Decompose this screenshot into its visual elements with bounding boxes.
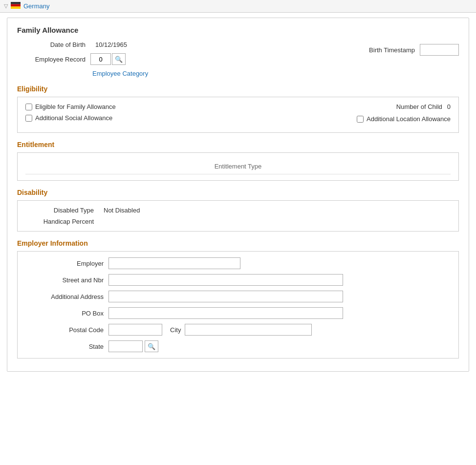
dob-value: 10/12/1965 [95,41,127,48]
panel-title: Family Allowance [17,26,459,34]
city-label: City [170,326,181,334]
street-nbr-row: Street and Nbr [25,274,451,286]
entitlement-section-header: Entitlement [17,141,459,148]
top-fields: Date of Birth 10/12/1965 Employee Record… [17,41,459,65]
svg-rect-0 [11,2,21,4]
street-nbr-input[interactable] [108,274,343,286]
entitlement-type-header: Entitlement Type [25,159,451,174]
postal-city-row: Postal Code City [25,324,451,336]
flag [11,2,21,10]
employer-label: Employer [25,260,104,267]
employee-record-input[interactable] [90,53,111,65]
eligibility-box: Eligible for Family Allowance Additional… [17,97,459,133]
birth-timestamp-input[interactable] [420,44,459,56]
eligibility-section-header: Eligibility [17,85,459,93]
state-label: State [25,343,104,350]
filter-icon: ▽ [4,3,8,9]
employee-record-search-button[interactable]: 🔍 [112,53,126,65]
entitlement-table: Entitlement Type [25,159,451,174]
top-bar: ▽ Germany [0,0,476,13]
employee-category-link[interactable]: Employee Category [92,70,148,77]
state-input-group: 🔍 [108,340,158,352]
state-search-button[interactable]: 🔍 [145,340,158,352]
disability-fields: Disabled Type Not Disabled Handicap Perc… [25,207,451,225]
employer-input[interactable] [108,257,240,269]
number-of-child-label: Number of Child [396,103,442,110]
eligibility-left: Eligible for Family Allowance Additional… [25,103,116,126]
disability-section: Disability Disabled Type Not Disabled Ha… [17,189,459,232]
employer-fields: Employer Street and Nbr Additional Addre… [25,257,451,352]
dob-label: Date of Birth [17,41,86,48]
birth-timestamp-label: Birth Timestamp [369,46,415,54]
disability-section-header: Disability [17,189,459,196]
eligible-family-row: Eligible for Family Allowance [25,103,116,110]
main-container: Family Allowance Date of Birth 10/12/196… [0,13,476,381]
additional-location-row: Additional Location Allowance [357,115,451,123]
state-row: State 🔍 [25,340,451,352]
postal-code-label: Postal Code [25,326,104,334]
top-left-fields: Date of Birth 10/12/1965 Employee Record… [17,41,127,65]
po-box-input[interactable] [108,307,343,319]
handicap-percent-label: Handicap Percent [25,218,94,225]
disability-box: Disabled Type Not Disabled Handicap Perc… [17,200,459,232]
additional-address-input[interactable] [108,291,343,302]
additional-social-row: Additional Social Allowance [25,114,116,122]
additional-social-label: Additional Social Allowance [35,114,112,122]
eligible-family-checkbox[interactable] [25,104,32,110]
dob-row: Date of Birth 10/12/1965 [17,41,127,48]
handicap-percent-row: Handicap Percent [25,218,451,225]
germany-flag [11,2,21,9]
svg-rect-2 [11,6,21,9]
additional-address-label: Additional Address [25,293,104,300]
postal-code-input[interactable] [108,324,162,336]
entitlement-section: Entitlement Entitlement Type [17,141,459,181]
street-nbr-label: Street and Nbr [25,276,104,284]
additional-location-checkbox[interactable] [357,116,364,123]
additional-social-checkbox[interactable] [25,115,32,122]
family-allowance-panel: Family Allowance Date of Birth 10/12/196… [7,18,469,372]
disabled-type-label: Disabled Type [25,207,94,214]
disabled-type-value: Not Disabled [104,207,140,214]
additional-address-row: Additional Address [25,291,451,302]
po-box-row: PO Box [25,307,451,319]
employer-info-section: Employer Information Employer Street and… [17,239,459,359]
employer-info-box: Employer Street and Nbr Additional Addre… [17,251,459,359]
additional-location-label: Additional Location Allowance [367,115,451,123]
number-of-child-row: Number of Child 0 [396,103,451,110]
number-of-child-value: 0 [447,103,451,110]
city-input[interactable] [185,324,312,336]
birth-timestamp-row: Birth Timestamp [369,44,459,56]
employer-info-header: Employer Information [17,239,459,247]
entitlement-box: Entitlement Type [17,152,459,181]
country-name[interactable]: Germany [23,2,49,10]
po-box-label: PO Box [25,310,104,317]
state-input[interactable] [108,340,143,352]
disabled-type-row: Disabled Type Not Disabled [25,207,451,214]
employee-record-row: Employee Record 🔍 [17,53,127,65]
eligible-family-label: Eligible for Family Allowance [35,103,116,110]
eligibility-right: Number of Child 0 Additional Location Al… [357,103,451,127]
employer-row: Employer [25,257,451,269]
employee-record-label: Employee Record [17,56,86,63]
svg-rect-1 [11,4,21,7]
